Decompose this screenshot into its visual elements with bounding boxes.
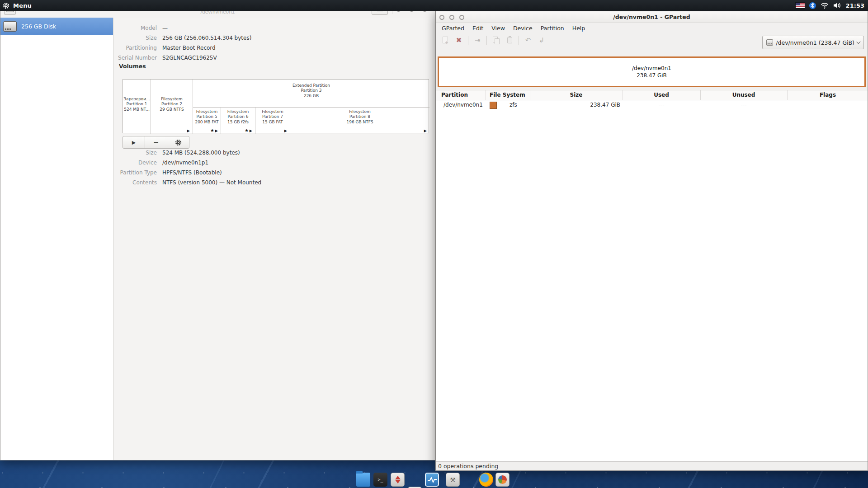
device-bar-size: 238.47 GiB xyxy=(637,72,667,79)
delete-partition-button[interactable]: ✖ xyxy=(452,35,466,46)
mount-button[interactable]: ▶ xyxy=(123,136,145,149)
mount-arrow-icon: ▶ xyxy=(187,129,191,133)
menu-device[interactable]: Device xyxy=(509,23,537,33)
partitions-table: Partition File System Size Used Unused F… xyxy=(436,90,868,461)
partition-info-grid: Size 524 MB (524,288,000 bytes) Device /… xyxy=(114,150,261,186)
col-used[interactable]: Used xyxy=(623,92,700,98)
info-value: NTFS (version 5000) — Not Mounted xyxy=(162,179,261,186)
paste-clipboard-icon xyxy=(507,37,512,43)
partition-8-box[interactable]: Filesystem Partition 8 196 GB NTFS ▶ xyxy=(290,108,429,134)
apply-arrow-icon: ↲ xyxy=(539,36,545,44)
toolbar-separator xyxy=(519,36,519,45)
row-filesystem: zfs xyxy=(509,102,517,108)
col-partition[interactable]: Partition xyxy=(441,92,468,98)
sidebar-item-256gb-disk[interactable]: 256 GB Disk xyxy=(0,18,113,35)
partition-7-box[interactable]: Filesystem Partition 7 15 GB FAT ▶ xyxy=(255,108,290,134)
partition-2-box[interactable]: Filesystem Partition 2 29 GB NTFS ▶ xyxy=(151,80,193,134)
row-partition: /dev/nvme0n1 xyxy=(443,102,483,108)
mount-arrow-icon: ▶ xyxy=(215,129,219,133)
mount-arrow-icon: ▶ xyxy=(424,129,428,133)
copy-button[interactable] xyxy=(489,35,503,46)
file-manager-icon[interactable] xyxy=(356,473,370,487)
volumes-diagram: Зарезерви... Partition 1 524 MB NT... Fi… xyxy=(123,79,429,133)
volumes-section-title: Volumes xyxy=(119,63,146,70)
device-bar-name: /dev/nvme0n1 xyxy=(632,65,671,72)
col-flags[interactable]: Flags xyxy=(787,92,868,98)
info-value: 524 MB (524,288,000 bytes) xyxy=(162,150,261,156)
table-header-row: Partition File System Size Used Unused F… xyxy=(436,90,868,100)
delete-partition-button[interactable]: − xyxy=(145,136,167,149)
partition-5-box[interactable]: Filesystem Partition 5 200 MB FAT ★▶ xyxy=(193,108,221,134)
transfer-arrows-icon[interactable] xyxy=(391,473,405,487)
gparted-titlebar: /dev/nvme0n1 - GParted xyxy=(436,11,868,23)
toolbar-separator xyxy=(468,36,468,45)
keyboard-layout-flag-icon[interactable] xyxy=(796,3,805,8)
partition-1-box[interactable]: Зарезерви... Partition 1 524 MB NT... xyxy=(123,80,151,134)
info-label: Device xyxy=(114,160,157,166)
device-selector-value: /dev/nvme0n1 (238.47 GiB) xyxy=(776,39,854,46)
menu-partition[interactable]: Partition xyxy=(537,23,568,33)
resize-arrow-icon: ⇥ xyxy=(475,36,481,44)
partition-6-box[interactable]: Filesystem Partition 6 15 GB f2fs ★▶ xyxy=(221,108,255,134)
disk-tools-icon[interactable]: ⚒ xyxy=(446,473,460,487)
new-partition-button[interactable] xyxy=(439,35,452,46)
bluetooth-icon[interactable] xyxy=(809,2,816,9)
gnome-disks-window: 256 GB Disk /dev/nvme0n1 256 GB Disk Mod… xyxy=(0,0,435,460)
volume-options-button[interactable] xyxy=(167,136,189,149)
menu-view[interactable]: View xyxy=(487,23,509,33)
bootable-star-icon: ★ xyxy=(210,128,215,133)
disk-icon xyxy=(3,21,17,32)
partition-row[interactable]: /dev/nvme0n1 zfs 238.47 GiB --- --- xyxy=(436,100,868,110)
row-unused: --- xyxy=(700,102,787,108)
volume-toolbar: ▶ − xyxy=(123,136,189,149)
info-label: Contents xyxy=(114,179,157,186)
extended-partition-3-box[interactable]: Extended Partition Partition 3 226 GB xyxy=(193,80,429,108)
disks-main-area: Model — Size 256 GB (256,060,514,304 byt… xyxy=(114,18,435,460)
zfs-color-swatch xyxy=(490,102,497,109)
col-file-system[interactable]: File System xyxy=(490,92,525,98)
info-label: Size xyxy=(115,35,157,41)
apply-button[interactable]: ↲ xyxy=(535,35,548,46)
info-label: Size xyxy=(114,150,157,156)
disk-usage-analyzer-icon[interactable] xyxy=(495,473,509,487)
paste-button[interactable] xyxy=(503,35,516,46)
undo-arrow-icon: ↶ xyxy=(525,36,531,44)
info-label: Model xyxy=(115,25,157,31)
col-unused[interactable]: Unused xyxy=(700,92,787,98)
resize-move-button[interactable]: ⇥ xyxy=(471,35,484,46)
firefox-icon[interactable] xyxy=(479,473,493,487)
undo-button[interactable]: ↶ xyxy=(521,35,535,46)
gear-icon xyxy=(175,139,182,146)
terminal-icon[interactable]: >_ xyxy=(373,473,387,487)
disk-icon xyxy=(766,39,773,46)
mount-arrow-icon: ▶ xyxy=(284,129,288,133)
menu-gparted[interactable]: GParted xyxy=(438,23,468,33)
device-selector-dropdown[interactable]: /dev/nvme0n1 (238.47 GiB) xyxy=(762,36,864,49)
info-label: Partitioning xyxy=(115,45,157,51)
info-value: S2GLNCAGC19625V xyxy=(162,55,251,61)
col-size[interactable]: Size xyxy=(530,92,623,98)
row-size: 238.47 GiB xyxy=(530,102,620,108)
disks-sidebar: 256 GB Disk xyxy=(0,18,113,460)
menu-label: Menu xyxy=(13,2,32,9)
copy-icon xyxy=(493,37,499,43)
menu-edit[interactable]: Edit xyxy=(468,23,487,33)
info-value: HPFS/NTFS (Bootable) xyxy=(162,169,261,176)
info-value: 256 GB (256,060,514,304 bytes) xyxy=(162,35,251,41)
wifi-icon[interactable] xyxy=(821,3,829,9)
mount-arrow-icon: ▶ xyxy=(250,129,253,133)
device-visual-bar[interactable]: /dev/nvme0n1 238.47 GiB xyxy=(438,56,866,87)
disk-info-grid: Model — Size 256 GB (256,060,514,304 byt… xyxy=(115,25,251,61)
window-title: /dev/nvme0n1 - GParted xyxy=(436,14,868,20)
volume-icon[interactable] xyxy=(833,2,841,9)
top-panel: Menu 21:53 xyxy=(0,0,868,11)
info-value: /dev/nvme0n1p1 xyxy=(162,160,261,166)
system-monitor-icon[interactable] xyxy=(425,473,439,487)
menu-button[interactable]: Menu xyxy=(0,2,32,9)
chevron-down-icon xyxy=(856,39,860,43)
info-value: — xyxy=(162,25,251,31)
info-value: Master Boot Record xyxy=(162,45,251,51)
info-label: Partition Type xyxy=(114,169,157,176)
menu-help[interactable]: Help xyxy=(568,23,590,33)
panel-clock[interactable]: 21:53 xyxy=(846,2,864,9)
